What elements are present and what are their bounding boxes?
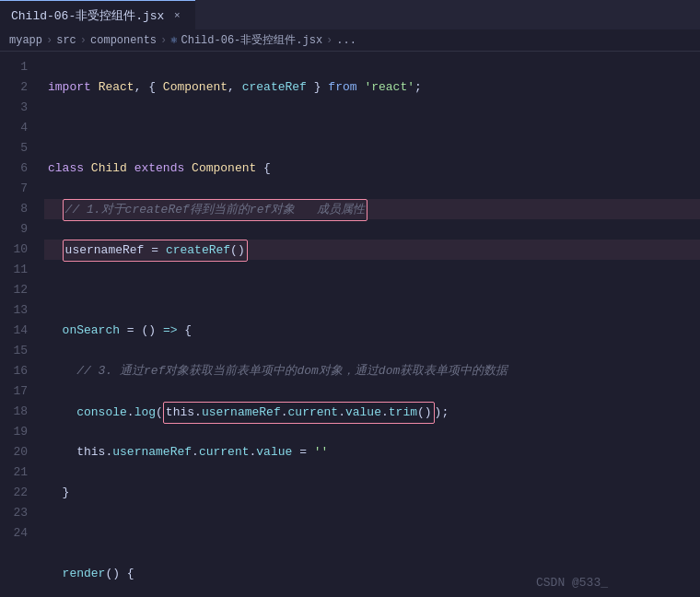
breadcrumb: myapp › src › components › ⚛ Child-06-非受… (0, 29, 700, 52)
breadcrumb-react-icon: ⚛ (170, 33, 177, 47)
code-line-1: import React, { Component, createRef } f… (44, 77, 700, 98)
tab-label: Child-06-非受控组件.jsx (11, 7, 164, 24)
file-tab[interactable]: Child-06-非受控组件.jsx × (0, 0, 195, 29)
code-line-10: this.usernameRef.current.value = '' (44, 442, 700, 462)
code-line-7: onSearch = () => { (44, 321, 700, 341)
breadcrumb-part: src (56, 34, 76, 47)
code-line-6 (44, 280, 700, 300)
code-line-8: // 3. 通过ref对象获取当前表单项中的dom对象，通过dom获取表单项中的… (44, 361, 700, 381)
line-numbers: 1 2 3 4 5 6 7 8 9 10 11 12 13 14 15 16 1… (0, 52, 39, 597)
breadcrumb-filename: Child-06-非受控组件.jsx (181, 32, 322, 48)
breadcrumb-part: components (90, 34, 157, 47)
code-line-11: } (44, 483, 700, 503)
code-line-5: usernameRef = createRef() (44, 240, 700, 260)
breadcrumb-ellipsis: ... (336, 34, 356, 47)
tab-close-button[interactable]: × (169, 8, 184, 23)
code-line-4: // 1.对于createRef得到当前的ref对象 成员属性 (44, 199, 700, 219)
code-line-2 (44, 118, 700, 138)
watermark: CSDN @533_ (536, 576, 608, 590)
code-line-9: console.log(this.usernameRef.current.val… (44, 402, 700, 422)
code-line-12 (44, 523, 700, 544)
code-lines: import React, { Component, createRef } f… (39, 52, 700, 597)
title-bar: Child-06-非受控组件.jsx × (0, 0, 700, 29)
code-editor: 1 2 3 4 5 6 7 8 9 10 11 12 13 14 15 16 1… (0, 52, 700, 597)
breadcrumb-part: myapp (9, 34, 42, 47)
code-line-3: class Child extends Component { (44, 158, 700, 179)
